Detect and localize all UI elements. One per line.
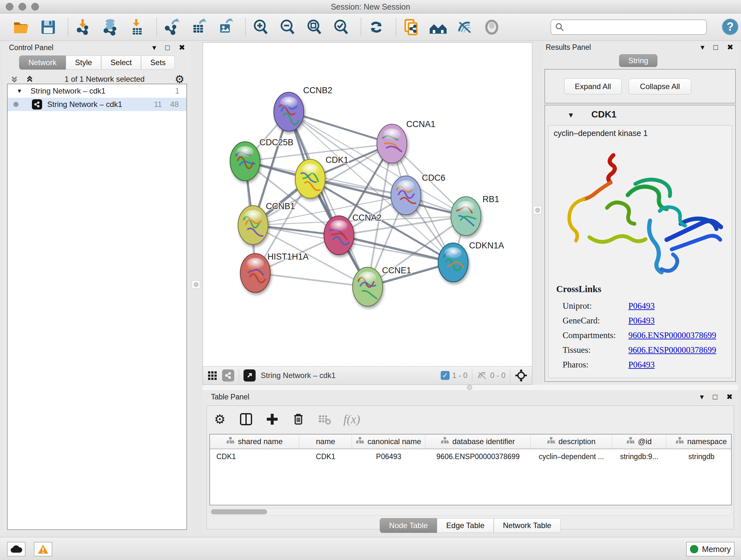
table-cell-description[interactable]: cyclin–dependent ...	[531, 449, 612, 464]
zoom-selected-icon[interactable]	[332, 18, 350, 37]
hide-selected-icon[interactable]	[456, 18, 474, 37]
warning-button[interactable]	[34, 542, 52, 557]
expand-all-icon[interactable]	[25, 74, 35, 84]
table-cell-namespace[interactable]: stringdb	[666, 449, 732, 464]
node-label-CDC25B: CDC25B	[259, 138, 293, 147]
add-column-icon[interactable]	[265, 412, 280, 427]
collection-label: String Network – cdk1	[30, 86, 106, 96]
column-header-description[interactable]: description	[531, 435, 612, 449]
crosslink-link[interactable]: P06493	[628, 316, 655, 326]
save-session-icon[interactable]	[39, 18, 57, 37]
crosslink-link[interactable]: 9606.ENSP00000378699	[628, 330, 716, 340]
disclosure-triangle-icon[interactable]: ▼	[567, 111, 575, 119]
panel-menu-icon[interactable]: ▾	[700, 44, 704, 51]
network-node-HIST1H1A[interactable]	[240, 253, 270, 293]
zoom-in-icon[interactable]	[252, 18, 270, 37]
column-header-@id[interactable]: @id	[612, 435, 666, 449]
table-cell-name[interactable]: CDK1	[299, 449, 352, 464]
tab-edge-table[interactable]: Edge Table	[437, 518, 494, 533]
column-header-shared-name[interactable]: shared name	[210, 435, 299, 449]
expand-all-button[interactable]: Expand All	[564, 78, 622, 95]
tab-network[interactable]: Network	[19, 56, 66, 70]
tab-node-table[interactable]: Node Table	[380, 518, 437, 533]
panel-menu-icon[interactable]: ▾	[700, 393, 704, 401]
network-node-CCNB2[interactable]	[274, 92, 304, 131]
export-network-icon[interactable]	[163, 18, 181, 37]
tab-sets[interactable]: Sets	[141, 56, 175, 70]
open-session-icon[interactable]	[12, 18, 30, 37]
network-node-CCNA1[interactable]	[377, 124, 407, 163]
network-node-CDKN1A[interactable]	[438, 243, 468, 282]
horizontal-splitter-handle[interactable]	[467, 385, 472, 390]
panel-float-icon[interactable]: □	[713, 44, 718, 51]
network-node-CCNA2[interactable]	[324, 216, 354, 255]
help-button[interactable]: ?	[722, 18, 738, 35]
table-cell-canonical-name[interactable]: P06493	[352, 449, 425, 464]
split-columns-icon[interactable]	[239, 412, 253, 427]
column-header-database-identifier[interactable]: database identifier	[425, 435, 531, 449]
table-cell-shared-name[interactable]: CDK1	[210, 449, 299, 464]
network-node-CCNE1[interactable]	[353, 267, 383, 306]
network-canvas[interactable]: CCNB2CCNA1CDC25BCDK1CDC6RB1CCNB1CCNA2CDK…	[203, 43, 532, 366]
tab-style[interactable]: Style	[66, 56, 101, 70]
export-image-icon[interactable]	[216, 18, 235, 37]
panel-close-icon[interactable]: ✖	[727, 44, 733, 51]
tab-select[interactable]: Select	[101, 56, 141, 70]
right-splitter-handle[interactable]	[533, 206, 542, 214]
hidden-eye-icon[interactable]	[477, 370, 488, 381]
tab-network-table[interactable]: Network Table	[494, 518, 561, 533]
collapse-all-icon[interactable]	[10, 74, 19, 84]
tab-string[interactable]: String	[619, 54, 657, 67]
selected-nodes-checkbox-icon[interactable]: ✓	[441, 371, 450, 380]
panel-close-icon[interactable]: ✖	[179, 44, 185, 51]
network-edge-HIST1H1A-CCNE1[interactable]	[255, 273, 367, 287]
crosslink-link[interactable]: 9606.ENSP00000378699	[628, 345, 716, 355]
crosslink-link[interactable]: P06493	[628, 360, 655, 370]
import-table-file-icon[interactable]	[128, 18, 146, 37]
disclosure-triangle-icon[interactable]: ▼	[17, 88, 22, 95]
network-node-CDC6[interactable]	[391, 176, 421, 215]
fit-selected-crosshair-icon[interactable]	[515, 369, 528, 382]
table-row[interactable]: CDK1CDK1P064939606.ENSP00000378699cyclin…	[210, 449, 731, 464]
import-network-file-icon[interactable]	[74, 18, 92, 37]
string-view-icon[interactable]	[222, 369, 234, 381]
column-header-name[interactable]: name	[299, 435, 352, 449]
delete-column-trash-icon[interactable]	[291, 412, 306, 427]
network-edge-CCNB2-CCNA1[interactable]	[289, 112, 392, 144]
scrollbar-thumb[interactable]	[211, 509, 267, 514]
collapse-all-button[interactable]: Collapse All	[629, 78, 691, 95]
panel-close-icon[interactable]: ✖	[726, 393, 733, 401]
search-input[interactable]	[564, 23, 698, 32]
network-node-CDC25B[interactable]	[230, 142, 260, 181]
copy-network-icon[interactable]	[402, 18, 421, 37]
zoom-out-icon[interactable]	[278, 18, 297, 37]
network-node-CCNB1[interactable]	[238, 206, 268, 245]
first-neighbors-icon[interactable]	[429, 18, 448, 37]
horizontal-scrollbar[interactable]	[209, 508, 732, 516]
network-row[interactable]: String Network – cdk1 11 48	[8, 98, 186, 111]
crosslink-link[interactable]: P06493	[628, 301, 655, 311]
cloud-button[interactable]	[7, 542, 25, 557]
column-header-canonical-name[interactable]: canonical name	[352, 435, 425, 449]
memory-button[interactable]: Memory	[686, 542, 735, 557]
panel-float-icon[interactable]: □	[713, 393, 718, 401]
table-cell-database-identifier[interactable]: 9606.ENSP00000378699	[425, 449, 531, 464]
column-header-namespace[interactable]: namespace	[666, 435, 732, 449]
table-settings-gear-icon[interactable]: ⚙	[212, 412, 227, 427]
show-all-icon[interactable]	[482, 18, 501, 37]
panel-menu-icon[interactable]: ▾	[152, 44, 156, 51]
import-network-database-icon[interactable]	[101, 18, 119, 37]
network-collection-row[interactable]: ▼ String Network – cdk1 1	[8, 84, 186, 98]
network-node-CDK1[interactable]	[295, 159, 325, 198]
open-in-window-icon[interactable]	[244, 369, 256, 381]
left-splitter-handle[interactable]	[192, 280, 200, 289]
table-cell-@id[interactable]: stringdb:9...	[612, 449, 666, 464]
refresh-view-icon[interactable]	[367, 18, 386, 37]
network-node-RB1[interactable]	[451, 197, 481, 236]
birdseye-view-icon[interactable]	[207, 371, 217, 380]
panel-float-icon[interactable]: □	[165, 44, 170, 51]
export-table-icon[interactable]	[190, 18, 208, 37]
horizontal-splitter[interactable]	[203, 385, 738, 390]
zoom-fit-icon[interactable]	[305, 18, 324, 37]
gene-section-header[interactable]: ▼ CDK1	[545, 105, 735, 125]
